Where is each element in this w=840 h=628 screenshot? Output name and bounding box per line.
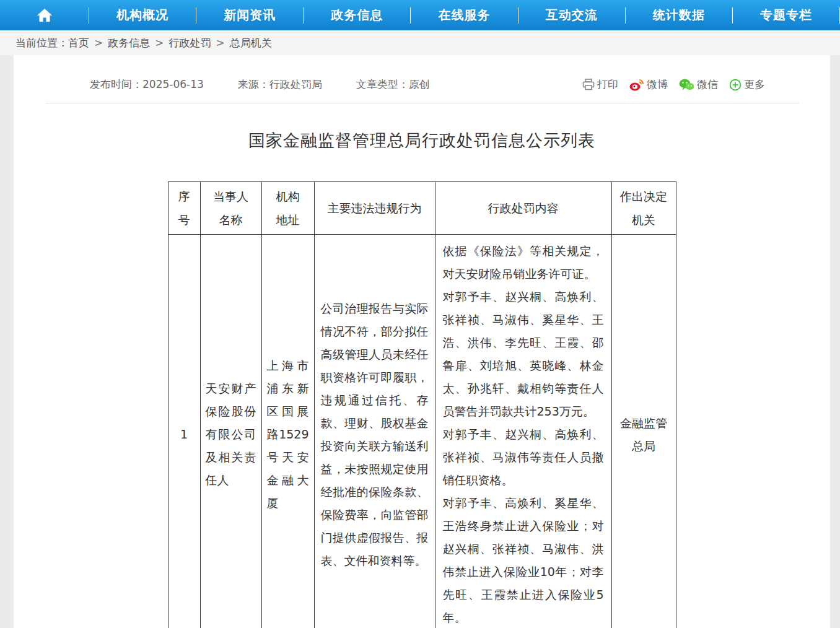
breadcrumb-label: 当前位置： — [15, 36, 68, 50]
weibo-button[interactable]: 微博 — [629, 77, 668, 92]
nav-item-about[interactable]: 机构概况 — [89, 0, 196, 30]
breadcrumb-home[interactable]: 首页 — [68, 36, 89, 50]
penalty-paragraph: 依据《保险法》等相关规定，对天安财险吊销业务许可证。 — [443, 240, 604, 286]
wechat-icon — [679, 79, 694, 91]
more-button[interactable]: 更多 — [729, 77, 765, 92]
header-no: 序号 — [168, 182, 200, 235]
top-navigation: 机构概况 新闻资讯 政务信息 在线服务 互动交流 统计数据 专题专栏 — [0, 0, 840, 30]
header-address: 机构地址 — [261, 182, 314, 235]
cell-party: 天安财产保险股份有限公司及相关责任人 — [200, 235, 261, 628]
source: 来源：行政处罚局 — [238, 77, 322, 92]
more-label: 更多 — [744, 77, 765, 92]
publish-date: 发布时间：2025-06-13 — [90, 77, 204, 92]
article-meta: 发布时间：2025-06-13 来源：行政处罚局 文章类型：原创 打印 — [14, 55, 830, 92]
weibo-label: 微博 — [647, 77, 668, 92]
header-party: 当事人名称 — [200, 182, 261, 235]
share-actions: 打印 微博 — [582, 77, 765, 92]
breadcrumb-admin-penalty[interactable]: 行政处罚 — [169, 36, 211, 50]
home-icon — [35, 7, 54, 24]
nav-item-special-topics[interactable]: 专题专栏 — [733, 0, 839, 30]
cell-penalty: 依据《保险法》等相关规定，对天安财险吊销业务许可证。 对郭予丰、赵兴桐、高焕利、… — [435, 235, 611, 628]
breadcrumb-separator: > — [94, 37, 103, 49]
doc-type: 文章类型：原创 — [356, 77, 430, 92]
breadcrumb-separator: > — [155, 37, 164, 49]
plus-circle-icon — [729, 79, 742, 91]
nav-item-gov-info[interactable]: 政务信息 — [304, 0, 410, 30]
page-title: 国家金融监督管理总局行政处罚信息公示列表 — [14, 129, 830, 152]
cell-address: 上海市浦东新区国展路1529号天安金融大厦 — [261, 235, 314, 628]
breadcrumb-headquarters[interactable]: 总局机关 — [230, 36, 272, 50]
wechat-button[interactable]: 微信 — [679, 77, 718, 92]
cell-no: 1 — [168, 235, 200, 628]
penalty-paragraph: 对郭予丰、高焕利、奚星华、王浩终身禁止进入保险业；对赵兴桐、张祥祯、马淑伟、洪伟… — [443, 492, 604, 628]
penalty-table: 序号 当事人名称 机构地址 主要违法违规行为 行政处罚内容 作出决定机关 1 天… — [168, 181, 676, 628]
print-label: 打印 — [597, 77, 618, 92]
table-row: 1 天安财产保险股份有限公司及相关责任人 上海市浦东新区国展路1529号天安金融… — [168, 235, 676, 628]
penalty-paragraph: 对郭予丰、赵兴桐、高焕利、张祥祯、马淑伟等责任人员撤销任职资格。 — [443, 423, 604, 492]
cell-violations: 公司治理报告与实际情况不符，部分拟任高级管理人员未经任职资格许可即履职，违规通过… — [314, 235, 435, 628]
nav-item-statistics[interactable]: 统计数据 — [626, 0, 732, 30]
wechat-label: 微信 — [697, 77, 718, 92]
print-icon — [582, 79, 595, 90]
breadcrumb-separator: > — [216, 37, 225, 49]
nav-item-news[interactable]: 新闻资讯 — [196, 0, 303, 30]
penalty-paragraph: 对郭予丰、赵兴桐、高焕利、张祥祯、马淑伟、奚星华、王浩、洪伟、李先旺、王霞、邵鲁… — [443, 286, 604, 423]
nav-home-button[interactable] — [0, 0, 89, 30]
nav-item-online-service[interactable]: 在线服务 — [411, 0, 517, 30]
header-violations: 主要违法违规行为 — [314, 182, 435, 235]
print-button[interactable]: 打印 — [582, 77, 618, 92]
nav-item-interaction[interactable]: 互动交流 — [518, 0, 625, 30]
meta-divider — [46, 103, 799, 103]
header-authority: 作出决定机关 — [611, 182, 676, 235]
breadcrumb-gov-info[interactable]: 政务信息 — [108, 36, 150, 50]
header-penalty: 行政处罚内容 — [435, 182, 611, 235]
weibo-icon — [629, 79, 644, 91]
table-header-row: 序号 当事人名称 机构地址 主要违法违规行为 行政处罚内容 作出决定机关 — [168, 182, 676, 235]
breadcrumb: 当前位置： 首页 > 政务信息 > 行政处罚 > 总局机关 — [0, 30, 840, 55]
content-panel: 发布时间：2025-06-13 来源：行政处罚局 文章类型：原创 打印 — [14, 55, 830, 628]
cell-authority: 金融监管总局 — [611, 235, 676, 628]
